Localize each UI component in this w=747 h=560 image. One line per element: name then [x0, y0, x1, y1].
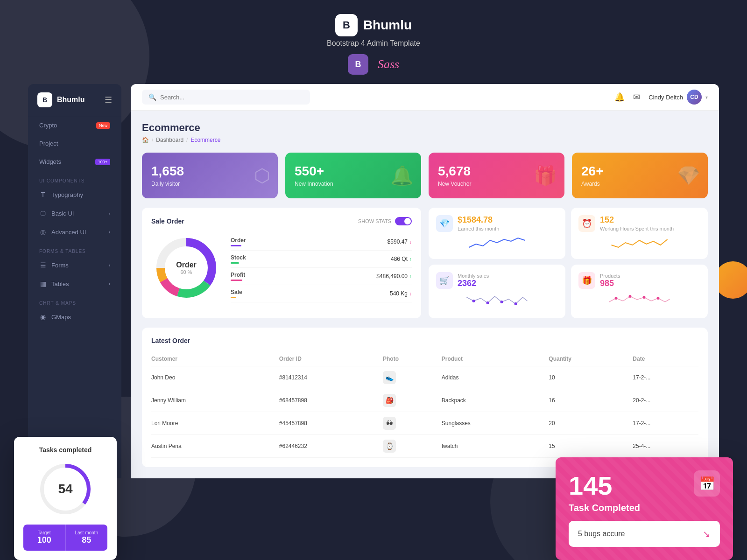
stat-row-order-value: $590.47 ↓	[388, 238, 412, 245]
hours-sparkline	[578, 236, 700, 252]
mini-stat-sales-sublabel: Monthly sales	[458, 273, 489, 279]
chevron-down-icon: ▾	[705, 95, 708, 100]
stat-value-0: 1,658	[151, 164, 268, 179]
mini-stat-hours: ⏰ 152 Working Hours Spent this month	[571, 208, 708, 259]
typography-icon: T	[39, 191, 47, 198]
sidebar-item-tables[interactable]: ▦ Tables ›	[28, 274, 121, 293]
sidebar-item-basic-ui[interactable]: ⬡ Basic UI ›	[28, 204, 121, 223]
cell-date-2: 17-2-...	[633, 412, 698, 435]
mini-stat-sales-value: 2362	[458, 279, 489, 288]
sidebar-brand-icon: B	[37, 92, 52, 107]
sidebar-item-typography-label: Typography	[51, 191, 83, 198]
toggle-switch[interactable]	[395, 217, 412, 225]
advanced-ui-icon: ◎	[39, 228, 47, 236]
photo-thumb-3: ⌚	[383, 440, 396, 453]
earned-sparkline	[436, 236, 558, 252]
user-info[interactable]: Cindy Deitch CD ▾	[648, 90, 708, 105]
stat-row-stock: Stock 486 Qt ↑	[231, 251, 412, 268]
cell-photo-1: 🎒	[383, 389, 442, 412]
tasks-last-month-label: Last month	[70, 530, 104, 535]
tasks-last-month: Last month 85	[66, 525, 108, 551]
table-row: Austin Pena #62446232 ⌚ Iwatch 15 25-4-.…	[151, 435, 698, 458]
mini-stat-products-sublabel: Products	[600, 273, 620, 279]
task-bugs-card: 5 bugs accure ↘	[569, 521, 720, 547]
cell-orderid-3: #62446232	[279, 435, 383, 458]
table-row: John Deo #81412314 👟 Adidas 10 17-2-...	[151, 366, 698, 389]
svg-point-5	[472, 300, 475, 302]
tasks-title: Tasks completed	[23, 446, 107, 454]
chevron-right-icon: ›	[109, 211, 110, 216]
stat-row-profit-value: $486,490.00 ↑	[376, 273, 412, 280]
right-stats: 💎 $1584.78 Earned this month	[429, 208, 708, 318]
stat-row-order-label: Order	[231, 237, 246, 244]
stat-row-stock-value: 486 Qt ↑	[391, 256, 412, 262]
sidebar-item-gmaps-label: GMaps	[51, 314, 71, 321]
table-card: Latest Order Customer Order ID Photo Pro…	[142, 328, 708, 467]
gift-icon: 🎁	[578, 272, 595, 289]
topnav-icons: 🔔 ✉ Cindy Deitch CD ▾	[614, 90, 708, 105]
mini-stat-sales-header: 🛒 Monthly sales 2362	[436, 272, 558, 289]
stat-deco-0: ⬡	[254, 165, 270, 186]
gmaps-icon: ◉	[39, 313, 47, 321]
cell-qty-3: 15	[549, 435, 633, 458]
cell-orderid-0: #81412314	[279, 366, 383, 389]
sidebar-item-crypto[interactable]: Crypto New	[28, 116, 121, 134]
stat-label-0: Daily visitor	[151, 181, 268, 187]
chevron-right-icon-4: ›	[109, 281, 110, 287]
sale-order-card: Sale Order SHOW STATS	[142, 208, 421, 318]
table-header-row: Customer Order ID Photo Product Quantity…	[151, 352, 698, 366]
arrow-up-icon: ↑	[409, 257, 412, 262]
deco-orange-circle	[714, 261, 747, 299]
mail-icon[interactable]: ✉	[633, 92, 640, 102]
cell-orderid-1: #68457898	[279, 389, 383, 412]
search-input[interactable]	[160, 94, 303, 101]
svg-point-9	[615, 297, 618, 300]
donut-label-main: Order	[176, 261, 197, 269]
col-customer: Customer	[151, 352, 279, 366]
search-box[interactable]: 🔍	[142, 90, 310, 105]
hamburger-icon[interactable]: ☰	[105, 95, 112, 105]
mini-stat-earned-label: Earned this month	[458, 226, 499, 231]
sidebar-item-project[interactable]: Project	[28, 134, 121, 153]
breadcrumb: 🏠 / Dashboard / Ecommerce	[142, 137, 708, 143]
col-date: Date	[633, 352, 698, 366]
bell-icon[interactable]: 🔔	[614, 92, 625, 102]
stat-deco-3: 💎	[677, 165, 700, 187]
bootstrap-badge: B	[348, 54, 368, 75]
cell-customer-3: Austin Pena	[151, 435, 279, 458]
bar-sale	[231, 297, 236, 298]
chevron-right-icon-3: ›	[109, 263, 110, 268]
col-photo: Photo	[383, 352, 442, 366]
dashboard: 🔍 🔔 ✉ Cindy Deitch CD ▾ Ecommerce 🏠 / Da…	[131, 84, 719, 478]
sidebar-item-advanced-ui[interactable]: ◎ Advanced UI ›	[28, 223, 121, 241]
breadcrumb-dashboard[interactable]: Dashboard	[156, 137, 183, 143]
sidebar-item-advanced-ui-label: Advanced UI	[51, 229, 86, 236]
products-sparkline	[578, 293, 700, 311]
arrow-up-icon-2: ↑	[409, 274, 412, 279]
forms-icon: ☰	[39, 261, 47, 269]
sidebar-item-forms[interactable]: ☰ Forms ›	[28, 256, 121, 274]
sidebar-item-typography[interactable]: T Typography	[28, 185, 121, 204]
mini-stat-hours-value: 152	[600, 215, 674, 225]
cell-date-3: 25-4-...	[633, 435, 698, 458]
stat-row-sale-label: Sale	[231, 289, 242, 295]
stat-card-new-voucher: 5,678 New Voucher 🎁	[429, 153, 564, 198]
mini-stat-hours-label: Working Hours Spent this month	[600, 226, 674, 231]
photo-thumb-0: 👟	[383, 371, 396, 384]
sales-sparkline	[436, 293, 558, 311]
sidebar-item-widgets[interactable]: Widgets 100+	[28, 153, 121, 171]
cell-qty-2: 20	[549, 412, 633, 435]
stat-card-daily-visitor: 1,658 Daily visitor ⬡	[142, 153, 278, 198]
donut-label: Order 60 %	[176, 261, 197, 275]
mini-stat-products-value: 985	[600, 279, 620, 288]
donut-label-sub: 60 %	[176, 269, 197, 275]
latest-order-title: Latest Order	[151, 337, 698, 344]
task-completed-number: 145	[569, 470, 720, 501]
tasks-target: Target 100	[23, 525, 66, 551]
sale-order-body: Order 60 % Order $590.	[151, 233, 412, 303]
table-row: Lori Moore #45457898 🕶 Sunglasses 20 17-…	[151, 412, 698, 435]
brand-logo: B Bhumlu	[335, 14, 412, 36]
sidebar-item-basic-ui-label: Basic UI	[51, 210, 74, 217]
cell-photo-0: 👟	[383, 366, 442, 389]
sidebar-item-gmaps[interactable]: ◉ GMaps	[28, 308, 121, 326]
